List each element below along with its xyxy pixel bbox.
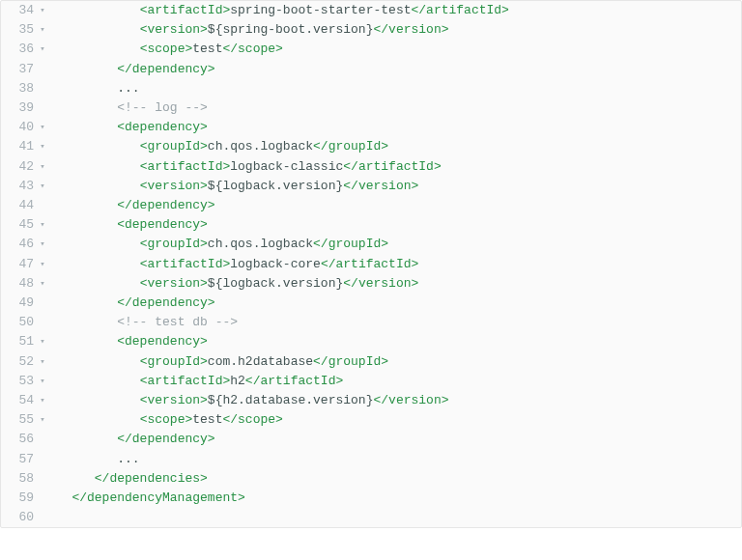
xml-tag: <dependency> bbox=[117, 217, 208, 232]
line-number: 34 bbox=[1, 1, 36, 20]
code-block: 34▾ <artifactId>spring-boot-starter-test… bbox=[0, 0, 742, 528]
xml-comment: <!-- log --> bbox=[117, 100, 208, 115]
line-number: 49 bbox=[1, 294, 36, 313]
xml-tag: <artifactId> bbox=[140, 159, 231, 174]
line-number: 58 bbox=[1, 469, 36, 489]
xml-tag: <version> bbox=[140, 179, 208, 193]
code-line: 39 <!-- log --> bbox=[1, 98, 741, 118]
code-content: <groupId>ch.qos.logback</groupId> bbox=[49, 137, 741, 156]
code-content: </dependency> bbox=[49, 430, 741, 449]
code-line: 57 ... bbox=[1, 450, 741, 469]
code-line: 55▾ <scope>test</scope> bbox=[1, 410, 741, 430]
xml-tag: </artifactId> bbox=[245, 374, 343, 388]
fold-toggle-icon[interactable]: ▾ bbox=[36, 1, 49, 20]
line-number: 53 bbox=[1, 372, 36, 391]
code-content: <artifactId>logback-classic</artifactId> bbox=[49, 157, 741, 177]
fold-toggle-icon[interactable]: ▾ bbox=[36, 157, 49, 177]
line-number: 57 bbox=[1, 450, 36, 469]
xml-tag: </dependency> bbox=[117, 62, 214, 76]
line-number: 36 bbox=[1, 40, 36, 59]
code-line: 45▾ <dependency> bbox=[1, 215, 741, 235]
xml-text: ${spring-boot.version} bbox=[208, 22, 374, 37]
code-line: 58 </dependencies> bbox=[1, 469, 741, 489]
fold-toggle-icon[interactable]: ▾ bbox=[36, 332, 49, 351]
line-number: 45 bbox=[1, 215, 36, 235]
code-content: <version>${logback.version}</version> bbox=[49, 177, 741, 196]
code-content: <artifactId>h2</artifactId> bbox=[49, 372, 741, 391]
fold-toggle-icon[interactable]: ▾ bbox=[36, 20, 49, 40]
line-number: 50 bbox=[1, 313, 36, 332]
xml-tag: </version> bbox=[373, 393, 448, 407]
xml-tag: <artifactId> bbox=[140, 257, 231, 271]
fold-toggle-icon[interactable]: ▾ bbox=[36, 235, 49, 254]
xml-text: logback-classic bbox=[230, 159, 343, 174]
xml-text: test bbox=[192, 412, 222, 427]
line-number: 39 bbox=[1, 98, 36, 118]
xml-tag: </dependencyManagement> bbox=[71, 490, 244, 505]
xml-tag: </groupId> bbox=[313, 354, 388, 369]
xml-text: logback-core bbox=[230, 257, 321, 271]
xml-tag: </version> bbox=[343, 276, 418, 291]
line-number: 41 bbox=[1, 137, 36, 156]
xml-text: ... bbox=[117, 452, 139, 466]
xml-tag: <version> bbox=[140, 22, 208, 37]
fold-toggle-icon[interactable]: ▾ bbox=[36, 215, 49, 235]
code-line: 38 ... bbox=[1, 79, 741, 98]
code-line: 60 bbox=[1, 508, 741, 527]
line-number: 42 bbox=[1, 157, 36, 177]
code-line: 53▾ <artifactId>h2</artifactId> bbox=[1, 372, 741, 391]
code-content: </dependency> bbox=[49, 196, 741, 215]
line-number: 40 bbox=[1, 118, 36, 137]
xml-tag: </version> bbox=[373, 22, 448, 37]
code-content: <scope>test</scope> bbox=[49, 40, 741, 59]
fold-toggle-icon[interactable]: ▾ bbox=[36, 410, 49, 430]
line-number: 51 bbox=[1, 332, 36, 351]
fold-toggle-icon[interactable]: ▾ bbox=[36, 137, 49, 156]
fold-toggle-icon[interactable]: ▾ bbox=[36, 40, 49, 59]
xml-tag: <groupId> bbox=[140, 354, 208, 369]
line-number: 56 bbox=[1, 430, 36, 449]
line-number: 59 bbox=[1, 489, 36, 508]
code-content: ... bbox=[49, 450, 741, 469]
xml-tag: <artifactId> bbox=[140, 3, 231, 17]
xml-tag: <groupId> bbox=[140, 237, 208, 251]
xml-text: test bbox=[192, 42, 222, 56]
code-content: <artifactId>logback-core</artifactId> bbox=[49, 255, 741, 274]
code-line: 43▾ <version>${logback.version}</version… bbox=[1, 177, 741, 196]
xml-tag: <version> bbox=[140, 276, 208, 291]
code-content: <groupId>ch.qos.logback</groupId> bbox=[49, 235, 741, 254]
xml-text: spring-boot-starter-test bbox=[230, 3, 411, 17]
code-content: <version>${h2.database.version}</version… bbox=[49, 391, 741, 410]
xml-tag: </dependency> bbox=[117, 432, 214, 446]
line-number: 37 bbox=[1, 60, 36, 79]
xml-tag: <groupId> bbox=[140, 139, 208, 154]
code-content: ... bbox=[49, 79, 741, 98]
code-line: 34▾ <artifactId>spring-boot-starter-test… bbox=[1, 1, 741, 20]
code-line: 40▾ <dependency> bbox=[1, 118, 741, 137]
code-content: </dependency> bbox=[49, 294, 741, 313]
xml-tag: </dependency> bbox=[117, 198, 214, 212]
fold-toggle-icon[interactable]: ▾ bbox=[36, 274, 49, 294]
fold-toggle-icon[interactable]: ▾ bbox=[36, 177, 49, 196]
line-number: 44 bbox=[1, 196, 36, 215]
xml-tag: </scope> bbox=[222, 42, 282, 56]
code-content: </dependencies> bbox=[49, 469, 741, 489]
code-content: <artifactId>spring-boot-starter-test</ar… bbox=[49, 1, 741, 20]
fold-toggle-icon[interactable]: ▾ bbox=[36, 255, 49, 274]
xml-tag: <artifactId> bbox=[140, 374, 231, 388]
xml-tag: <version> bbox=[140, 393, 208, 407]
fold-toggle-icon[interactable]: ▾ bbox=[36, 118, 49, 137]
line-number: 46 bbox=[1, 235, 36, 254]
fold-toggle-icon[interactable]: ▾ bbox=[36, 391, 49, 410]
code-line: 59 </dependencyManagement> bbox=[1, 489, 741, 508]
xml-tag: </artifactId> bbox=[343, 159, 441, 174]
fold-toggle-icon[interactable]: ▾ bbox=[36, 372, 49, 391]
fold-toggle-icon[interactable]: ▾ bbox=[36, 352, 49, 372]
line-number: 43 bbox=[1, 177, 36, 196]
code-content: <groupId>com.h2database</groupId> bbox=[49, 352, 741, 372]
xml-text: ch.qos.logback bbox=[208, 139, 313, 154]
xml-comment: <!-- test db --> bbox=[117, 315, 238, 329]
code-line: 47▾ <artifactId>logback-core</artifactId… bbox=[1, 255, 741, 274]
xml-text: com.h2database bbox=[208, 354, 313, 369]
xml-tag: </groupId> bbox=[313, 237, 388, 251]
